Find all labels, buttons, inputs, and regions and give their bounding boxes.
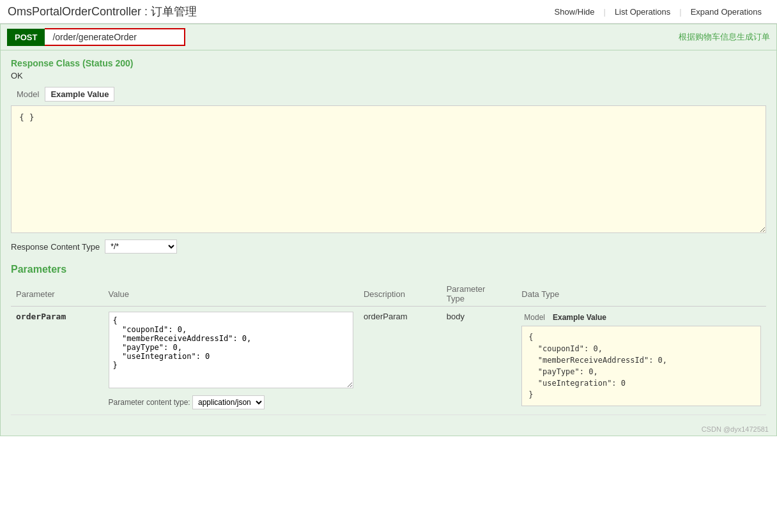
response-content-type-label: Response Content Type <box>11 242 100 252</box>
param-content-type-label: Parameter content type: <box>109 398 190 407</box>
response-content-type-select[interactable]: */* application/json text/plain <box>105 239 177 254</box>
method-badge: POST <box>7 29 45 46</box>
param-name: orderParam <box>16 312 66 321</box>
endpoint-path: /order/generateOrder <box>45 28 185 46</box>
show-hide-link[interactable]: Show/Hide <box>547 7 603 17</box>
tab-example-value[interactable]: Example Value <box>45 87 114 102</box>
main-panel: POST /order/generateOrder 根据购物车信息生成订单 Re… <box>0 24 777 436</box>
list-operations-link[interactable]: List Operations <box>607 7 678 17</box>
datatype-tab-example[interactable]: Example Value <box>550 312 609 323</box>
param-content-type-select[interactable]: application/json text/plain */* <box>192 395 265 409</box>
parameters-title: Parameters <box>11 264 766 275</box>
response-class-title: Response Class (Status 200) <box>11 58 766 68</box>
expand-operations-link[interactable]: Expand Operations <box>683 7 769 17</box>
parameters-table: Parameter Value Description ParameterTyp… <box>11 282 766 415</box>
param-content-type-row: Parameter content type: application/json… <box>109 395 353 409</box>
endpoint-left: POST /order/generateOrder <box>7 28 185 46</box>
response-json-box[interactable]: { } <box>11 105 766 233</box>
datatype-tab-model[interactable]: Model <box>521 312 548 323</box>
controller-label: 订单管理 <box>151 5 197 18</box>
col-description: Description <box>358 282 442 307</box>
datatype-cell: Model Example Value { "couponId": 0, "me… <box>516 307 766 415</box>
page-header: OmsPortalOrderController : 订单管理 Show/Hid… <box>0 0 777 24</box>
page-title: OmsPortalOrderController : 订单管理 <box>8 4 197 19</box>
datatype-json-box: { "couponId": 0, "memberReceiveAddressId… <box>521 326 761 406</box>
header-nav: Show/Hide | List Operations | Expand Ope… <box>547 7 769 17</box>
datatype-tabs: Model Example Value <box>521 312 761 323</box>
col-parameter: Parameter <box>11 282 104 307</box>
section-content: Response Class (Status 200) OK Model Exa… <box>1 50 776 423</box>
tab-model[interactable]: Model <box>11 87 45 102</box>
col-parameter-type: ParameterType <box>442 282 517 307</box>
response-tabs: Model Example Value <box>11 87 766 102</box>
response-content-type-row: Response Content Type */* application/js… <box>11 239 766 254</box>
controller-name: OmsPortalOrderController <box>8 5 141 18</box>
param-description: orderParam <box>364 312 408 321</box>
endpoint-bar: POST /order/generateOrder 根据购物车信息生成订单 <box>1 24 776 50</box>
endpoint-description: 根据购物车信息生成订单 <box>679 31 770 43</box>
col-value: Value <box>104 282 358 307</box>
response-ok-text: OK <box>11 71 766 80</box>
param-value-textarea[interactable]: { "couponId": 0, "memberReceiveAddressId… <box>109 312 353 388</box>
param-type: body <box>447 312 465 321</box>
col-data-type: Data Type <box>516 282 766 307</box>
footer-watermark: CSDN @dyx1472581 <box>1 423 776 436</box>
table-row: orderParam { "couponId": 0, "memberRecei… <box>11 307 766 415</box>
